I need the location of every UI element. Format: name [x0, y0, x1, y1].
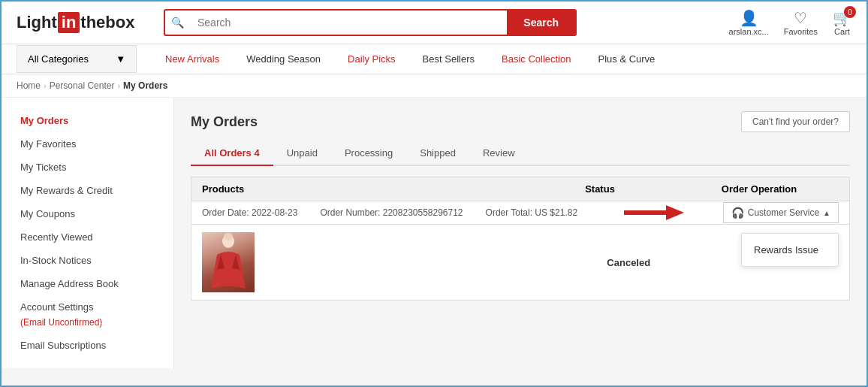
favorites-icon: ♡ [794, 9, 807, 27]
content-header: My Orders Can't find your order? [191, 111, 850, 132]
order-tabs: All Orders 4 Unpaid Processing Shipped R… [191, 141, 850, 166]
cart-label: Cart [834, 27, 850, 36]
breadcrumb-sep-2: › [117, 81, 120, 90]
breadcrumb-sep-1: › [44, 81, 47, 90]
logo-highlight: in [58, 12, 80, 33]
logo-post: thebox [80, 13, 134, 32]
search-button[interactable]: Search [507, 11, 575, 35]
svg-marker-1 [666, 205, 684, 220]
logo: Light in thebox [17, 12, 152, 33]
sidebar-item-my-orders[interactable]: My Orders [2, 109, 173, 132]
nav-links: New Arrivals Wedding Season Daily Picks … [152, 44, 668, 74]
tab-processing[interactable]: Processing [331, 141, 406, 166]
nav-link-new-arrivals[interactable]: New Arrivals [152, 44, 233, 74]
nav-link-plus-curve[interactable]: Plus & Curve [584, 44, 668, 74]
arrow-icon [624, 202, 684, 223]
search-bar: 🔍 Search [164, 9, 577, 36]
sidebar-item-email-subscriptions[interactable]: Email Subscriptions [2, 334, 173, 357]
customer-service-dropdown: Rewards Issue [741, 233, 839, 267]
nav-link-wedding-season[interactable]: Wedding Season [233, 44, 334, 74]
tab-shipped[interactable]: Shipped [406, 141, 469, 166]
sidebar-item-recently-viewed[interactable]: Recently Viewed [2, 225, 173, 249]
user-account[interactable]: 👤 arslan.xc... [729, 9, 769, 36]
nav-bar: All Categories ▼ New Arrivals Wedding Se… [2, 44, 866, 74]
search-icon: 🔍 [165, 17, 190, 29]
user-name: arslan.xc... [729, 27, 769, 36]
sidebar-item-in-stock-notices[interactable]: In-Stock Notices [2, 249, 173, 272]
order-date: Order Date: 2022-08-23 [202, 207, 297, 218]
sidebar-item-my-tickets[interactable]: My Tickets [2, 156, 173, 179]
sidebar-item-email-unconfirmed: (Email Unconfirmed) [2, 316, 173, 334]
headset-icon: 🎧 [731, 207, 744, 219]
nav-link-daily-picks[interactable]: Daily Picks [334, 44, 409, 74]
cart-link[interactable]: 🛒 0 Cart [833, 9, 851, 36]
order-number: Order Number: 2208230558296712 [320, 207, 463, 218]
header: Light in thebox 🔍 Search 👤 arslan.xc... … [2, 2, 866, 44]
col-operation: Order Operation [680, 183, 839, 195]
order-meta-row: Order Date: 2022-08-23 Order Number: 220… [191, 201, 850, 225]
nav-link-basic-collection[interactable]: Basic Collection [488, 44, 585, 74]
chevron-down-icon: ▼ [116, 53, 125, 65]
status-label: Canceled [607, 257, 650, 268]
breadcrumb: Home › Personal Center › My Orders [2, 74, 866, 98]
caret-up-icon: ▲ [823, 209, 830, 217]
dropdown-rewards-issue[interactable]: Rewards Issue [742, 237, 838, 263]
product-status: Canceled [559, 257, 699, 268]
user-icon: 👤 [740, 9, 758, 27]
orders-content: My Orders Can't find your order? All Ord… [174, 98, 866, 368]
breadcrumb-personal-center[interactable]: Personal Center [50, 80, 115, 91]
logo-pre: Light [17, 13, 57, 32]
customer-service-button[interactable]: 🎧 Customer Service ▲ [723, 202, 839, 223]
sidebar-item-rewards-credit[interactable]: My Rewards & Credit [2, 179, 173, 202]
nav-link-best-sellers[interactable]: Best Sellers [409, 44, 488, 74]
cart-icon-wrap: 🛒 0 [833, 9, 851, 27]
tab-review[interactable]: Review [469, 141, 529, 166]
sidebar-item-my-coupons[interactable]: My Coupons [2, 202, 173, 225]
favorites-label: Favorites [784, 27, 818, 36]
tab-unpaid[interactable]: Unpaid [273, 141, 331, 166]
breadcrumb-current: My Orders [123, 80, 167, 91]
col-products: Products [202, 183, 520, 195]
header-actions: 👤 arslan.xc... ♡ Favorites 🛒 0 Cart [729, 9, 851, 36]
page-title: My Orders [191, 114, 258, 130]
main: My Orders My Favorites My Tickets My Rew… [2, 98, 866, 368]
product-image [202, 232, 255, 292]
tab-all-orders[interactable]: All Orders 4 [191, 141, 273, 166]
svg-point-3 [224, 233, 233, 240]
favorites-link[interactable]: ♡ Favorites [784, 9, 818, 36]
categories-button[interactable]: All Categories ▼ [17, 45, 137, 73]
breadcrumb-home[interactable]: Home [17, 80, 41, 91]
categories-label: All Categories [28, 53, 89, 65]
cart-badge: 0 [844, 6, 856, 18]
order-total: Order Total: US $21.82 [486, 207, 578, 218]
search-input[interactable] [190, 11, 507, 35]
sidebar-item-my-favorites[interactable]: My Favorites [2, 132, 173, 156]
sidebar: My Orders My Favorites My Tickets My Rew… [2, 98, 174, 368]
col-status: Status [520, 183, 680, 195]
customer-service-label: Customer Service [748, 207, 819, 218]
cant-find-button[interactable]: Can't find your order? [741, 111, 850, 132]
sidebar-item-manage-address-book[interactable]: Manage Address Book [2, 272, 173, 295]
table-header: Products Status Order Operation [191, 177, 850, 201]
